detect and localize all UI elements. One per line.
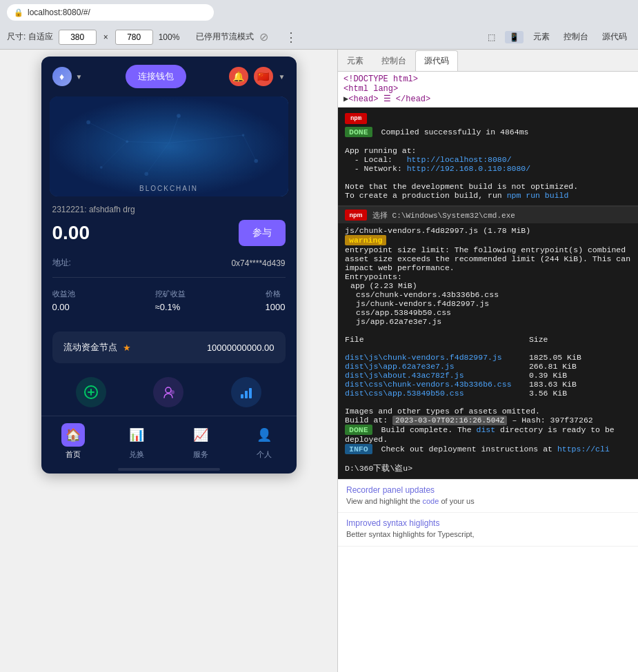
nav-label-profile: 个人 bbox=[257, 449, 272, 460]
more-options-icon[interactable]: ⋮ bbox=[285, 30, 297, 45]
earnings-label: 收益池 bbox=[52, 289, 75, 299]
nav-item-exchange[interactable]: 📊 兑换 bbox=[125, 423, 148, 460]
svg-line-7 bbox=[88, 122, 127, 141]
inspect-icon[interactable]: ⬚ bbox=[484, 31, 499, 43]
head-arrow[interactable]: ▶ bbox=[343, 94, 348, 104]
svg-line-12 bbox=[101, 141, 126, 167]
info-syntax-title: Improved syntax higlights bbox=[346, 518, 630, 528]
account-id: 2312221: afshdafh drg bbox=[52, 205, 286, 214]
terminal1-running-line: App running at: bbox=[345, 146, 631, 155]
nav-item-profile[interactable]: 👤 个人 bbox=[252, 423, 276, 460]
svg-line-13 bbox=[146, 143, 169, 174]
svg-line-11 bbox=[243, 135, 256, 161]
svg-rect-18 bbox=[245, 391, 248, 398]
devtools-panel: 元素 控制台 源代码 <!DOCTYPE html> <html lang> ▶… bbox=[338, 50, 638, 672]
info-item-recorder[interactable]: Recorder panel updates View and highligh… bbox=[338, 480, 638, 513]
stats-section: 2312221: afshdafh drg 0.00 参与 地址: 0x74**… bbox=[41, 196, 297, 326]
dist-file-5: dist\css\app.53849b50.css 3.56 KiB bbox=[345, 389, 631, 398]
network-lines-svg bbox=[50, 96, 288, 190]
balance-row: 0.00 参与 bbox=[52, 220, 286, 246]
width-input[interactable] bbox=[59, 30, 97, 45]
network-url: http://192.168.0.110:8080/ bbox=[407, 164, 530, 173]
device-icon[interactable]: 📱 bbox=[505, 31, 524, 43]
dist-link: dist bbox=[477, 425, 496, 434]
build-hash: Hash: 397f37262 bbox=[521, 416, 593, 425]
action-green[interactable] bbox=[76, 377, 106, 407]
action-purple[interactable] bbox=[153, 377, 183, 407]
eth-icon: ♦ bbox=[52, 67, 72, 86]
info-recorder-title: Recorder panel updates bbox=[346, 485, 630, 495]
terminal1-local: - Local: http://localhost:8080/ bbox=[345, 155, 631, 164]
action-purple-icon bbox=[153, 377, 183, 407]
build-at-line: Build at: 2023-03-07T02:16:26.504Z – Has… bbox=[345, 416, 631, 425]
liquidity-label-group: 流动资金节点 ★ bbox=[63, 341, 131, 354]
price-label: 价格 bbox=[266, 289, 286, 299]
build-complete-start: Build complete. The bbox=[381, 425, 472, 434]
connect-wallet-button[interactable]: 连接钱包 bbox=[126, 65, 186, 88]
nav-label-service: 服务 bbox=[193, 449, 208, 460]
info-line: INFO Check out deployment instructions a… bbox=[345, 444, 631, 454]
terminal-2: npm 选择 C:\Windows\System32\cmd.exe js/ch… bbox=[338, 205, 638, 479]
highlight-code: code bbox=[423, 497, 439, 505]
chain-chevron-icon[interactable]: ▼ bbox=[76, 73, 83, 81]
terminal2-header: npm 选择 C:\Windows\System32\cmd.exe bbox=[338, 207, 638, 223]
url-bar[interactable]: 🔒 localhost:8080/#/ bbox=[7, 4, 214, 21]
notification-icon[interactable]: 🔔 bbox=[229, 67, 248, 86]
language-flag-icon[interactable]: 🇨🇳 bbox=[254, 67, 273, 86]
no-throttle-icon: ⊘ bbox=[259, 30, 268, 43]
nav-item-home[interactable]: 🏠 首页 bbox=[61, 423, 85, 460]
tab-sources-active[interactable]: 源代码 bbox=[415, 50, 458, 71]
svg-point-4 bbox=[254, 159, 258, 163]
js-vendors-line: js/chunk-vendors.f4d82997.js bbox=[345, 299, 631, 308]
browser-toolbar: 尺寸: 自适应 × 100% 已停用节流模式 ⊘ ⋮ ⬚ 📱 元素 控制台 源代… bbox=[0, 25, 638, 50]
tab-sources[interactable]: 源代码 bbox=[598, 30, 631, 44]
earnings-value: 0.00 bbox=[52, 302, 75, 312]
html-head: ▶<head> ☰ </head> bbox=[343, 94, 632, 104]
omitted-line: Images and other types of assets omitted… bbox=[345, 407, 631, 416]
join-button[interactable]: 参与 bbox=[239, 220, 286, 246]
action-green-icon bbox=[76, 377, 106, 407]
compiled-msg: Compiled successfully in 4864ms bbox=[381, 128, 529, 136]
terminal1-note: Note that the development build is not o… bbox=[345, 182, 631, 191]
mode-label: 已停用节流模式 bbox=[196, 31, 254, 43]
svg-point-2 bbox=[177, 114, 181, 118]
warning-badge: warning bbox=[345, 235, 386, 245]
service-icon: 📈 bbox=[189, 423, 212, 447]
profile-icon: 👤 bbox=[252, 423, 276, 447]
local-url: http://localhost:8080/ bbox=[407, 155, 512, 164]
address-value: 0x74****4d439 bbox=[231, 258, 285, 268]
dist-file-2: dist\js\app.62a7e3e7.js 266.81 KiB bbox=[345, 362, 631, 371]
file-table-header: File Size bbox=[345, 335, 631, 344]
dist-file-4: dist\css\chunk-vendors.43b336b6.css 183.… bbox=[345, 380, 631, 389]
address-label: 地址: bbox=[52, 257, 71, 269]
chunk-line: js/chunk-vendors.f4d82997.js (1.78 MiB) bbox=[345, 226, 631, 235]
info-syntax-desc: Better syntax highlights for Typescript, bbox=[346, 529, 630, 540]
tab-elements[interactable]: 元素 bbox=[529, 30, 554, 44]
dist-file-3: dist\js\about.43ac782f.js 0.39 KiB bbox=[345, 371, 631, 380]
npm-icon: npm bbox=[345, 113, 367, 124]
svg-line-10 bbox=[169, 135, 243, 143]
pool-stat-earnings: 收益池 0.00 bbox=[52, 289, 75, 312]
tab-console[interactable]: 控制台 bbox=[372, 50, 415, 71]
height-input[interactable] bbox=[115, 30, 153, 45]
tab-console[interactable]: 控制台 bbox=[559, 30, 592, 44]
done2-line: DONE Build complete. The dist directory … bbox=[345, 425, 631, 444]
action-blue[interactable] bbox=[231, 377, 261, 407]
prompt: D:\360下载\盗u> bbox=[345, 464, 412, 473]
svg-rect-17 bbox=[241, 394, 243, 398]
app-header: ♦ ▼ 连接钱包 🔔 🇨🇳 ▼ bbox=[41, 57, 297, 96]
app-size-line: app (2.23 MiB) bbox=[345, 281, 631, 290]
terminal1-done-line: DONE Compiled successfully in 4864ms bbox=[345, 127, 631, 137]
liquidity-node: 流动资金节点 ★ 10000000000.00 bbox=[52, 332, 286, 363]
nav-item-service[interactable]: 📈 服务 bbox=[189, 423, 212, 460]
blockchain-banner: ₿ BLOCKCHAIN bbox=[50, 96, 288, 196]
lang-chevron-icon[interactable]: ▼ bbox=[279, 73, 286, 81]
nav-label-home: 首页 bbox=[66, 449, 81, 460]
tab-elements[interactable]: 元素 bbox=[338, 50, 372, 71]
quick-actions bbox=[41, 369, 297, 416]
action-blue-icon bbox=[231, 377, 261, 407]
pool-stats: 收益池 0.00 挖矿收益 ≈0.1% 价格 1000 bbox=[52, 289, 286, 312]
liquidity-label: 流动资金节点 bbox=[63, 341, 117, 354]
info-item-syntax[interactable]: Improved syntax higlights Better syntax … bbox=[338, 513, 638, 546]
info-panel: Recorder panel updates View and highligh… bbox=[338, 479, 638, 547]
